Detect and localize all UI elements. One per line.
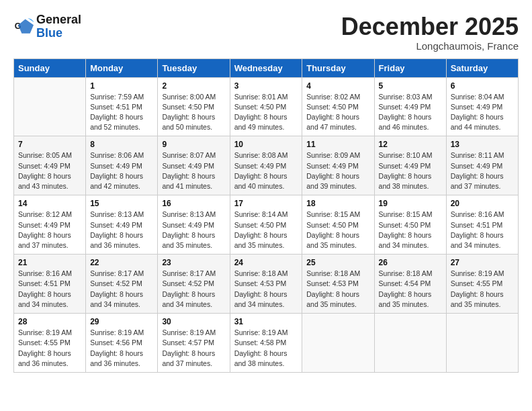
calendar-cell: 25Sunrise: 8:18 AM Sunset: 4:53 PM Dayli… <box>302 255 374 314</box>
day-info: Sunrise: 8:18 AM Sunset: 4:53 PM Dayligh… <box>234 269 298 310</box>
calendar-cell: 16Sunrise: 8:13 AM Sunset: 4:49 PM Dayli… <box>158 195 230 255</box>
day-info: Sunrise: 8:02 AM Sunset: 4:50 PM Dayligh… <box>306 92 369 133</box>
calendar-cell: 19Sunrise: 8:15 AM Sunset: 4:50 PM Dayli… <box>374 195 446 255</box>
calendar-cell: 9Sunrise: 8:07 AM Sunset: 4:49 PM Daylig… <box>158 136 230 195</box>
day-info: Sunrise: 8:17 AM Sunset: 4:52 PM Dayligh… <box>90 269 153 310</box>
day-info: Sunrise: 8:15 AM Sunset: 4:50 PM Dayligh… <box>379 210 442 250</box>
day-number: 9 <box>162 140 225 149</box>
col-header-friday: Friday <box>374 58 446 77</box>
day-info: Sunrise: 8:10 AM Sunset: 4:49 PM Dayligh… <box>379 150 442 191</box>
calendar-cell: 22Sunrise: 8:17 AM Sunset: 4:52 PM Dayli… <box>86 255 158 314</box>
calendar-cell <box>374 314 446 373</box>
day-info: Sunrise: 8:13 AM Sunset: 4:49 PM Dayligh… <box>90 210 153 250</box>
day-info: Sunrise: 8:18 AM Sunset: 4:53 PM Dayligh… <box>306 269 369 310</box>
calendar-cell: 10Sunrise: 8:08 AM Sunset: 4:49 PM Dayli… <box>230 136 302 195</box>
day-number: 3 <box>234 81 298 91</box>
day-info: Sunrise: 8:03 AM Sunset: 4:49 PM Dayligh… <box>379 92 442 133</box>
calendar-cell <box>14 77 86 136</box>
day-number: 1 <box>90 81 153 91</box>
day-number: 29 <box>90 317 153 326</box>
day-info: Sunrise: 8:18 AM Sunset: 4:54 PM Dayligh… <box>379 269 442 310</box>
day-number: 5 <box>379 81 442 91</box>
col-header-thursday: Thursday <box>302 58 374 77</box>
day-number: 30 <box>162 317 225 326</box>
calendar-cell: 20Sunrise: 8:16 AM Sunset: 4:51 PM Dayli… <box>446 195 518 255</box>
calendar-cell: 31Sunrise: 8:19 AM Sunset: 4:58 PM Dayli… <box>230 314 302 373</box>
calendar-cell <box>302 314 374 373</box>
calendar-cell: 3Sunrise: 8:01 AM Sunset: 4:50 PM Daylig… <box>230 77 302 136</box>
day-info: Sunrise: 8:04 AM Sunset: 4:49 PM Dayligh… <box>451 92 514 133</box>
day-number: 23 <box>162 258 225 267</box>
day-number: 24 <box>234 258 298 267</box>
day-info: Sunrise: 8:19 AM Sunset: 4:58 PM Dayligh… <box>234 328 298 369</box>
day-info: Sunrise: 8:13 AM Sunset: 4:49 PM Dayligh… <box>162 210 225 250</box>
calendar-table: SundayMondayTuesdayWednesdayThursdayFrid… <box>13 58 519 373</box>
day-info: Sunrise: 8:00 AM Sunset: 4:50 PM Dayligh… <box>162 92 225 133</box>
calendar-cell: 6Sunrise: 8:04 AM Sunset: 4:49 PM Daylig… <box>446 77 518 136</box>
calendar-cell: 17Sunrise: 8:14 AM Sunset: 4:50 PM Dayli… <box>230 195 302 255</box>
week-row-2: 14Sunrise: 8:12 AM Sunset: 4:49 PM Dayli… <box>14 195 519 255</box>
title-block: December 2025 Longchaumois, France <box>341 13 519 52</box>
day-number: 6 <box>451 81 514 91</box>
day-info: Sunrise: 8:11 AM Sunset: 4:49 PM Dayligh… <box>451 150 514 191</box>
day-number: 18 <box>306 199 369 208</box>
calendar-cell: 29Sunrise: 8:19 AM Sunset: 4:56 PM Dayli… <box>86 314 158 373</box>
day-info: Sunrise: 8:19 AM Sunset: 4:55 PM Dayligh… <box>18 328 81 369</box>
location: Longchaumois, France <box>341 40 519 52</box>
calendar-cell: 28Sunrise: 8:19 AM Sunset: 4:55 PM Dayli… <box>14 314 86 373</box>
day-number: 21 <box>18 258 81 267</box>
calendar-cell: 21Sunrise: 8:16 AM Sunset: 4:51 PM Dayli… <box>14 255 86 314</box>
calendar-cell: 30Sunrise: 8:19 AM Sunset: 4:57 PM Dayli… <box>158 314 230 373</box>
day-number: 17 <box>234 199 298 208</box>
day-number: 28 <box>18 317 81 326</box>
week-row-1: 7Sunrise: 8:05 AM Sunset: 4:49 PM Daylig… <box>14 136 519 195</box>
col-header-wednesday: Wednesday <box>230 58 302 77</box>
day-number: 8 <box>90 140 153 149</box>
calendar-cell: 26Sunrise: 8:18 AM Sunset: 4:54 PM Dayli… <box>374 255 446 314</box>
calendar-header-row: SundayMondayTuesdayWednesdayThursdayFrid… <box>14 58 519 77</box>
day-info: Sunrise: 8:17 AM Sunset: 4:52 PM Dayligh… <box>162 269 225 310</box>
day-info: Sunrise: 8:01 AM Sunset: 4:50 PM Dayligh… <box>234 92 298 133</box>
calendar-body: 1Sunrise: 7:59 AM Sunset: 4:51 PM Daylig… <box>14 77 519 372</box>
day-info: Sunrise: 8:05 AM Sunset: 4:49 PM Dayligh… <box>18 150 81 191</box>
day-number: 7 <box>18 140 81 149</box>
day-number: 12 <box>379 140 442 149</box>
month-title: December 2025 <box>341 13 519 40</box>
calendar-cell: 27Sunrise: 8:19 AM Sunset: 4:55 PM Dayli… <box>446 255 518 314</box>
day-info: Sunrise: 8:16 AM Sunset: 4:51 PM Dayligh… <box>18 269 81 310</box>
day-info: Sunrise: 8:06 AM Sunset: 4:49 PM Dayligh… <box>90 150 153 191</box>
day-info: Sunrise: 8:19 AM Sunset: 4:55 PM Dayligh… <box>451 269 514 310</box>
day-info: Sunrise: 8:19 AM Sunset: 4:56 PM Dayligh… <box>90 328 153 369</box>
calendar-cell: 4Sunrise: 8:02 AM Sunset: 4:50 PM Daylig… <box>302 77 374 136</box>
col-header-sunday: Sunday <box>14 58 86 77</box>
day-number: 22 <box>90 258 153 267</box>
day-number: 16 <box>162 199 225 208</box>
day-number: 4 <box>306 81 369 91</box>
logo-icon: G <box>13 17 34 37</box>
day-info: Sunrise: 8:09 AM Sunset: 4:49 PM Dayligh… <box>306 150 369 191</box>
day-number: 11 <box>306 140 369 149</box>
calendar-cell: 15Sunrise: 8:13 AM Sunset: 4:49 PM Dayli… <box>86 195 158 255</box>
day-number: 13 <box>451 140 514 149</box>
calendar-cell: 24Sunrise: 8:18 AM Sunset: 4:53 PM Dayli… <box>230 255 302 314</box>
calendar-cell: 7Sunrise: 8:05 AM Sunset: 4:49 PM Daylig… <box>14 136 86 195</box>
day-number: 10 <box>234 140 298 149</box>
day-number: 2 <box>162 81 225 91</box>
col-header-monday: Monday <box>86 58 158 77</box>
day-number: 27 <box>451 258 514 267</box>
calendar-cell: 1Sunrise: 7:59 AM Sunset: 4:51 PM Daylig… <box>86 77 158 136</box>
week-row-3: 21Sunrise: 8:16 AM Sunset: 4:51 PM Dayli… <box>14 255 519 314</box>
calendar-cell: 13Sunrise: 8:11 AM Sunset: 4:49 PM Dayli… <box>446 136 518 195</box>
logo-text: General Blue <box>36 13 81 40</box>
day-info: Sunrise: 8:12 AM Sunset: 4:49 PM Dayligh… <box>18 210 81 250</box>
calendar-cell: 5Sunrise: 8:03 AM Sunset: 4:49 PM Daylig… <box>374 77 446 136</box>
calendar-cell: 2Sunrise: 8:00 AM Sunset: 4:50 PM Daylig… <box>158 77 230 136</box>
logo-blue: Blue <box>36 26 62 40</box>
day-info: Sunrise: 8:14 AM Sunset: 4:50 PM Dayligh… <box>234 210 298 250</box>
day-number: 31 <box>234 317 298 326</box>
calendar-cell <box>446 314 518 373</box>
page-header: G General Blue December 2025 Longchaumoi… <box>13 13 519 52</box>
day-info: Sunrise: 8:15 AM Sunset: 4:50 PM Dayligh… <box>306 210 369 250</box>
day-info: Sunrise: 8:19 AM Sunset: 4:57 PM Dayligh… <box>162 328 225 369</box>
day-number: 25 <box>306 258 369 267</box>
